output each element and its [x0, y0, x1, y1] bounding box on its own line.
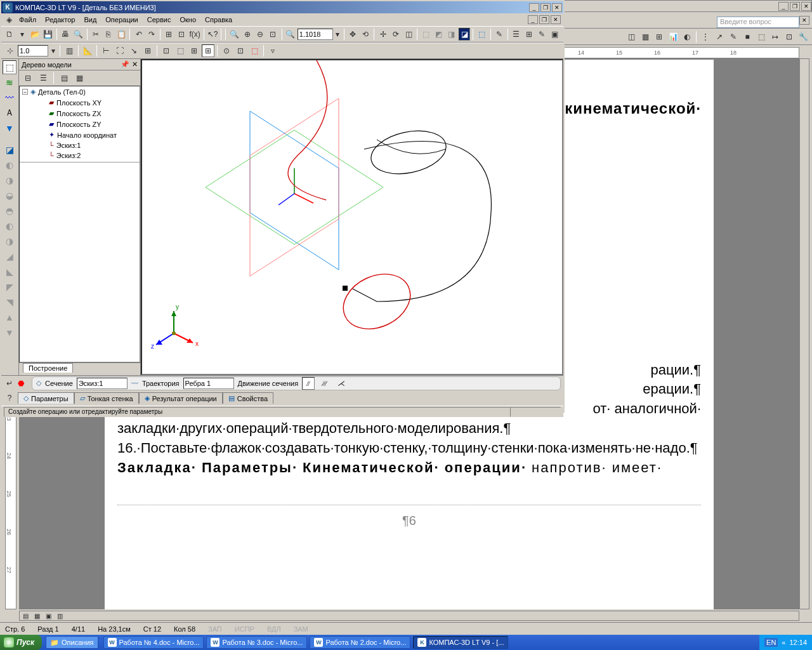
- paste-icon[interactable]: 📋: [115, 28, 127, 41]
- redraw-icon[interactable]: ☰: [511, 28, 522, 41]
- apply-icon[interactable]: ↵: [4, 378, 15, 388]
- tool-icon[interactable]: ■: [741, 30, 754, 43]
- orient-icon[interactable]: ◫: [403, 28, 414, 41]
- sel2-icon[interactable]: ⬚: [174, 44, 187, 57]
- wire-icon[interactable]: ⊞: [523, 28, 535, 41]
- tree-item[interactable]: ▰Плоскость XY: [20, 97, 140, 108]
- prop-tab-result[interactable]: ◈Результат операции: [139, 392, 223, 404]
- perspective-icon[interactable]: ⬚: [476, 28, 487, 41]
- preview-icon[interactable]: 🔍: [72, 28, 84, 41]
- cut-icon[interactable]: ✂: [90, 28, 102, 41]
- tray-expand-icon[interactable]: «: [782, 639, 785, 646]
- tree-mode3-icon[interactable]: ▤: [58, 72, 70, 84]
- variables-icon[interactable]: ⊡: [176, 28, 187, 41]
- op12-icon[interactable]: ▼: [3, 326, 16, 340]
- osnap2-icon[interactable]: ⊡: [234, 44, 247, 57]
- op5-icon[interactable]: ◐: [3, 219, 16, 233]
- copy-icon[interactable]: ⎘: [103, 28, 114, 41]
- open-icon[interactable]: 📂: [30, 28, 41, 41]
- taskbar-task[interactable]: WРабота № 3.doc - Micro...: [206, 636, 307, 649]
- menu-help[interactable]: Справка: [201, 15, 236, 25]
- dropdown-icon[interactable]: ▾: [16, 28, 28, 41]
- layer-icon[interactable]: ▥: [63, 44, 75, 57]
- cad-titlebar[interactable]: K КОМПАС-3D LT V9 - [Деталь БЕЗ ИМЕНИ3] …: [1, 1, 563, 13]
- print-icon[interactable]: 🖶: [60, 28, 71, 41]
- motion-opt1-icon[interactable]: ⫽: [302, 377, 315, 390]
- op2-icon[interactable]: ◑: [3, 173, 16, 187]
- prop-tab-thinwall[interactable]: ▱Тонкая стенка: [74, 392, 139, 404]
- clock[interactable]: 12:14: [789, 639, 807, 646]
- help-icon[interactable]: ?: [4, 392, 15, 404]
- word-minimize[interactable]: _: [778, 2, 789, 11]
- pan-icon[interactable]: ✥: [347, 28, 358, 41]
- cad-minimize-button[interactable]: _: [529, 3, 539, 12]
- view-print-icon[interactable]: ▣: [43, 611, 54, 620]
- new-icon[interactable]: 🗋: [4, 28, 15, 41]
- op11-icon[interactable]: ▲: [3, 310, 16, 324]
- motion-opt3-icon[interactable]: ⋌: [335, 377, 348, 390]
- scale-dropdown-icon[interactable]: ▾: [49, 44, 57, 57]
- zoom-scale-icon[interactable]: 🔍: [285, 28, 296, 41]
- mdi-restore[interactable]: ❐: [539, 15, 549, 24]
- tree-item[interactable]: └Эскиз:2: [20, 150, 140, 161]
- zoom-dropdown-icon[interactable]: ▾: [334, 28, 341, 41]
- tool-icon[interactable]: ↗: [713, 30, 726, 43]
- dim-tool-icon[interactable]: Ａ: [3, 106, 16, 120]
- cad-restore-button[interactable]: ❐: [540, 3, 551, 12]
- view-outline-icon[interactable]: ▥: [54, 611, 65, 620]
- zoom-window-icon[interactable]: ⊡: [267, 28, 278, 41]
- grid-icon[interactable]: ⊞: [141, 44, 154, 57]
- tree-mode4-icon[interactable]: ▦: [73, 72, 86, 84]
- system-tray[interactable]: EN « 12:14: [759, 635, 812, 650]
- taskbar-task[interactable]: KКОМПАС-3D LT V9 - [...: [413, 636, 508, 649]
- save-icon[interactable]: 💾: [43, 28, 54, 41]
- zoom-prev-icon[interactable]: ⟲: [360, 28, 371, 41]
- word-close[interactable]: ✕: [801, 2, 811, 11]
- fx-icon[interactable]: f(x): [188, 28, 200, 41]
- cursor-help-icon[interactable]: ↖?: [207, 28, 219, 41]
- sketch-icon[interactable]: 📐: [81, 44, 94, 57]
- sketch-edit-icon[interactable]: ▣: [549, 28, 561, 41]
- snap-icon[interactable]: ⊹: [4, 44, 16, 57]
- lang-indicator[interactable]: EN: [764, 638, 778, 647]
- word-vscrollbar[interactable]: [799, 58, 809, 609]
- sel1-icon[interactable]: ⊡: [160, 44, 173, 57]
- scale-input[interactable]: [18, 45, 48, 56]
- tree-body[interactable]: − ◈ Деталь (Тел-0) ▰Плоскость XY ▰Плоско…: [19, 86, 140, 362]
- tree-tab[interactable]: Построение: [19, 362, 140, 375]
- tree-item[interactable]: ▰Плоскость ZX: [20, 108, 140, 119]
- edit-icon[interactable]: ✎: [536, 28, 547, 41]
- system-menu-icon[interactable]: ◈: [4, 13, 14, 26]
- tool-icon[interactable]: ✎: [727, 30, 740, 43]
- extrude-tool-icon[interactable]: ◪: [3, 143, 16, 157]
- op1-icon[interactable]: ◐: [3, 158, 16, 172]
- op7-icon[interactable]: ◢: [3, 249, 16, 263]
- taskbar-task[interactable]: WРабота № 4.doc - Micro...: [103, 636, 204, 649]
- curve-tool-icon[interactable]: 〰: [3, 91, 16, 105]
- prop-tab-parameters[interactable]: ◇Параметры: [18, 392, 74, 404]
- rotate-icon[interactable]: ⟳: [390, 28, 402, 41]
- undo-icon[interactable]: ↶: [133, 28, 144, 41]
- zoom-out-icon[interactable]: ⊖: [254, 28, 266, 41]
- properties-icon[interactable]: ⊞: [163, 28, 174, 41]
- menu-edit[interactable]: Редактор: [41, 15, 79, 25]
- tool-icon[interactable]: ⊞: [653, 30, 665, 43]
- cad-close-button[interactable]: ✕: [552, 3, 562, 12]
- tool-icon[interactable]: ⋮: [699, 30, 712, 43]
- align1-icon[interactable]: ⊢: [100, 44, 112, 57]
- zoom-input[interactable]: [298, 29, 333, 40]
- tree-item[interactable]: └Эскиз:1: [20, 140, 140, 150]
- cad-viewport[interactable]: y x z: [141, 59, 563, 375]
- menu-file[interactable]: Файл: [15, 15, 40, 25]
- sel-pressed-icon[interactable]: ⊞: [202, 44, 214, 57]
- tool-icon[interactable]: 📊: [667, 30, 679, 43]
- view-normal-icon[interactable]: ▤: [20, 611, 31, 620]
- prop-tab-props[interactable]: ▤Свойства: [223, 392, 273, 404]
- word-help-close[interactable]: ✕: [799, 16, 809, 25]
- ql-folder[interactable]: 📁 Описания: [46, 636, 98, 649]
- tool-icon[interactable]: ⬚: [755, 30, 768, 43]
- taskbar-task[interactable]: WРабота № 2.doc - Micro...: [310, 636, 410, 649]
- op9-icon[interactable]: ◤: [3, 280, 16, 294]
- tool-icon[interactable]: 🔧: [797, 30, 809, 43]
- tool-icon[interactable]: ◐: [681, 30, 693, 43]
